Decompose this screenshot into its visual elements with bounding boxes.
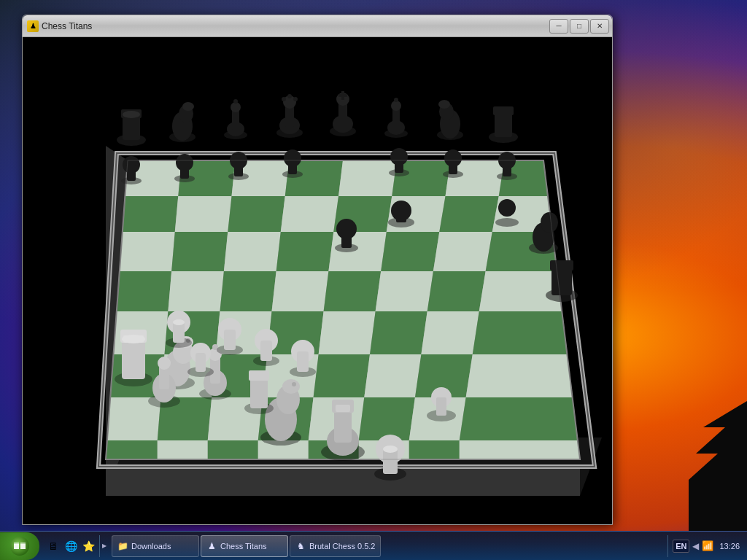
svg-point-101 bbox=[391, 101, 401, 111]
svg-marker-62 bbox=[158, 440, 208, 459]
svg-point-201 bbox=[10, 537, 29, 556]
system-clock[interactable]: 13:26 bbox=[716, 542, 743, 551]
svg-point-91 bbox=[293, 97, 298, 101]
svg-marker-29 bbox=[115, 271, 171, 311]
svg-marker-21 bbox=[118, 232, 175, 271]
svg-rect-188 bbox=[250, 378, 268, 408]
svg-marker-63 bbox=[208, 440, 258, 459]
close-button[interactable]: ✕ bbox=[590, 19, 609, 34]
svg-point-106 bbox=[438, 100, 450, 109]
svg-rect-97 bbox=[338, 94, 347, 97]
network-icon[interactable]: 📶 bbox=[702, 540, 713, 551]
chess-titans-task-label: Chess Titans bbox=[220, 542, 267, 551]
show-desktop-icon[interactable]: 🖥 bbox=[45, 538, 61, 554]
svg-marker-33 bbox=[324, 271, 382, 311]
svg-marker-60 bbox=[460, 397, 580, 440]
svg-point-102 bbox=[394, 98, 398, 102]
svg-rect-73 bbox=[123, 114, 140, 140]
game-area[interactable] bbox=[23, 37, 612, 524]
quick-launch-expand[interactable]: ▶ bbox=[100, 532, 109, 560]
downloads-task-label: Downloads bbox=[131, 542, 171, 551]
minimize-button[interactable]: ─ bbox=[549, 19, 568, 34]
svg-rect-112 bbox=[127, 165, 136, 181]
task-brutal-chess[interactable]: ♞ Brutal Chess 0.5.2 bbox=[290, 535, 381, 557]
svg-point-89 bbox=[282, 97, 286, 101]
svg-point-141 bbox=[541, 212, 558, 233]
svg-rect-180 bbox=[334, 408, 352, 443]
svg-marker-25 bbox=[328, 232, 386, 271]
svg-rect-108 bbox=[495, 112, 512, 137]
desktop: ♟ Chess Titans ─ □ ✕ bbox=[0, 0, 747, 560]
svg-marker-14 bbox=[175, 196, 232, 232]
svg-marker-31 bbox=[220, 271, 276, 311]
title-bar-left: ♟ Chess Titans bbox=[27, 20, 92, 32]
svg-marker-30 bbox=[168, 271, 224, 311]
chess-window: ♟ Chess Titans ─ □ ✕ bbox=[22, 15, 613, 525]
svg-marker-9 bbox=[338, 160, 397, 196]
svg-marker-52 bbox=[466, 354, 577, 397]
svg-rect-182 bbox=[336, 405, 350, 412]
svg-rect-203 bbox=[20, 544, 26, 549]
svg-rect-185 bbox=[383, 449, 398, 474]
taskbar-tasks: 📁 Downloads ♟ Chess Titans ♞ Brutal Ches… bbox=[109, 535, 667, 557]
brutal-chess-task-label: Brutal Chess 0.5.2 bbox=[309, 542, 376, 551]
favorites-icon[interactable]: ⭐ bbox=[80, 538, 96, 554]
task-chess-titans[interactable]: ♟ Chess Titans bbox=[201, 535, 288, 557]
svg-marker-42 bbox=[370, 311, 427, 354]
speaker-icon[interactable]: ◀ bbox=[692, 541, 699, 551]
svg-rect-118 bbox=[234, 160, 243, 176]
lang-indicator[interactable]: EN bbox=[673, 540, 689, 553]
svg-rect-172 bbox=[297, 351, 309, 372]
window-controls: ─ □ ✕ bbox=[549, 19, 609, 34]
system-tray: EN ◀ 📶 13:26 bbox=[667, 535, 747, 557]
svg-marker-19 bbox=[439, 196, 499, 232]
svg-point-177 bbox=[292, 382, 296, 386]
svg-rect-204 bbox=[14, 542, 19, 544]
chess-board-svg bbox=[33, 44, 602, 518]
svg-marker-22 bbox=[171, 232, 228, 271]
svg-rect-124 bbox=[341, 229, 352, 248]
svg-rect-82 bbox=[232, 109, 239, 130]
svg-marker-16 bbox=[281, 196, 338, 232]
svg-rect-205 bbox=[20, 542, 26, 544]
svg-rect-195 bbox=[196, 353, 206, 372]
svg-point-75 bbox=[123, 111, 140, 118]
svg-marker-41 bbox=[319, 311, 376, 354]
window-icon: ♟ bbox=[27, 20, 39, 32]
svg-marker-13 bbox=[122, 196, 178, 232]
title-bar: ♟ Chess Titans ─ □ ✕ bbox=[23, 15, 612, 37]
svg-rect-146 bbox=[122, 339, 145, 379]
task-downloads[interactable]: 📁 Downloads bbox=[112, 535, 199, 557]
svg-rect-166 bbox=[224, 330, 236, 350]
svg-marker-61 bbox=[106, 440, 158, 459]
start-button[interactable] bbox=[0, 532, 39, 560]
svg-marker-43 bbox=[421, 311, 479, 354]
svg-rect-162 bbox=[173, 322, 185, 343]
svg-point-176 bbox=[282, 379, 300, 394]
taskbar: 🖥 🌐 ⭐ ▶ 📁 Downloads ♟ Chess Titans ♞ Bru… bbox=[0, 531, 747, 560]
svg-rect-192 bbox=[436, 397, 446, 416]
svg-point-186 bbox=[383, 446, 398, 453]
svg-rect-109 bbox=[493, 106, 514, 115]
svg-rect-144 bbox=[550, 260, 573, 271]
svg-point-137 bbox=[495, 218, 519, 227]
ie-icon[interactable]: 🌐 bbox=[63, 538, 79, 554]
maximize-button[interactable]: □ bbox=[570, 19, 589, 34]
svg-marker-49 bbox=[314, 354, 370, 397]
svg-point-79 bbox=[182, 102, 194, 111]
svg-marker-58 bbox=[359, 397, 415, 440]
svg-rect-127 bbox=[395, 157, 403, 173]
svg-marker-67 bbox=[409, 440, 460, 459]
svg-marker-35 bbox=[427, 271, 486, 311]
svg-marker-26 bbox=[381, 232, 439, 271]
svg-marker-32 bbox=[272, 271, 329, 311]
svg-point-163 bbox=[173, 319, 185, 325]
svg-rect-202 bbox=[14, 544, 19, 549]
svg-rect-136 bbox=[396, 211, 406, 222]
svg-marker-15 bbox=[228, 196, 285, 232]
svg-marker-50 bbox=[364, 354, 421, 397]
svg-point-90 bbox=[287, 94, 292, 98]
svg-marker-23 bbox=[224, 232, 281, 271]
svg-rect-189 bbox=[249, 370, 269, 381]
quick-launch-bar: 🖥 🌐 ⭐ bbox=[42, 535, 100, 557]
